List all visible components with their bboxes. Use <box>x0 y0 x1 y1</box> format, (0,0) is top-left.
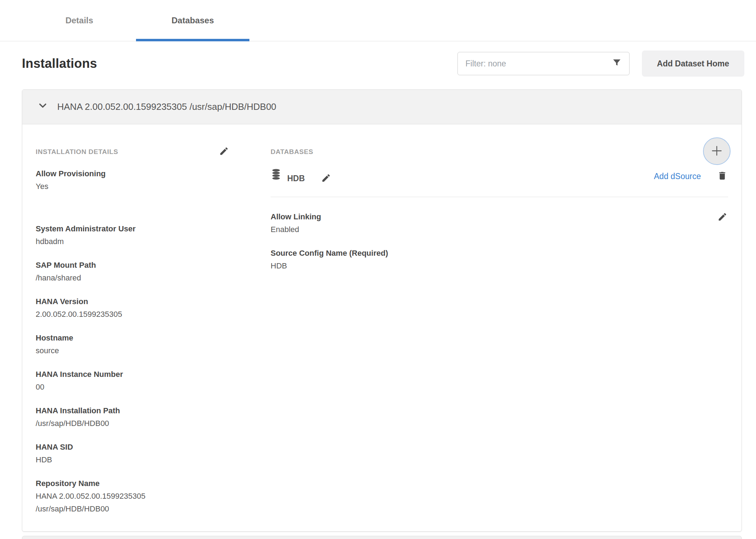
field-label: Source Config Name (Required) <box>271 247 728 260</box>
field-sap-mount-path: SAP Mount Path /hana/shared <box>36 259 229 284</box>
field-label: HANA SID <box>36 441 229 454</box>
add-dataset-home-button[interactable]: Add Dataset Home <box>642 51 744 77</box>
field-value: HDB <box>271 260 423 272</box>
field-value: /usr/sap/HDB/HDB00 <box>36 417 188 430</box>
field-hana-instance-number: HANA Instance Number 00 <box>36 368 229 393</box>
page-title: Installations <box>22 56 457 71</box>
plus-icon <box>710 144 724 159</box>
field-hana-version: HANA Version 2.00.052.00.1599235305 <box>36 295 229 321</box>
field-label: Repository Name <box>36 477 229 490</box>
installation-details-section: INSTALLATION DETAILS Allow Provisioning … <box>36 147 229 526</box>
field-value: HANA 2.00.052.00.1599235305 /usr/sap/HDB… <box>36 490 188 515</box>
database-stack-icon <box>271 169 281 181</box>
tab-details[interactable]: Details <box>23 0 136 41</box>
field-allow-linking: Allow Linking Enabled <box>271 211 321 236</box>
installation-panel-body: INSTALLATION DETAILS Allow Provisioning … <box>22 124 742 526</box>
field-hana-sid: HANA SID HDB <box>36 441 229 466</box>
field-value: Yes <box>36 180 188 193</box>
delete-database-icon[interactable] <box>717 170 727 183</box>
field-source-config-name: Source Config Name (Required) HDB <box>271 247 728 272</box>
field-value: source <box>36 344 188 357</box>
filter-box[interactable] <box>457 52 630 75</box>
installation-details-heading: INSTALLATION DETAILS <box>36 148 118 156</box>
field-label: System Administrator User <box>36 223 229 235</box>
filter-icon[interactable] <box>612 58 621 69</box>
chevron-down-icon[interactable] <box>38 101 48 113</box>
installation-title: HANA 2.00.052.00.1599235305 /usr/sap/HDB… <box>57 101 276 112</box>
field-label: HANA Installation Path <box>36 404 229 417</box>
edit-installation-details-icon[interactable] <box>219 146 229 158</box>
field-hana-installation-path: HANA Installation Path /usr/sap/HDB/HDB0… <box>36 404 229 430</box>
field-label: Hostname <box>36 332 229 344</box>
databases-section: DATABASES HDB <box>271 147 728 526</box>
field-repository-name: Repository Name HANA 2.00.052.00.1599235… <box>36 477 229 515</box>
tab-databases[interactable]: Databases <box>136 0 249 41</box>
add-database-button[interactable] <box>703 137 731 165</box>
databases-heading: DATABASES <box>271 148 313 156</box>
tab-bar: Details Databases <box>0 0 756 41</box>
tab-databases-label: Databases <box>171 16 214 25</box>
field-label: SAP Mount Path <box>36 259 229 272</box>
filter-input[interactable] <box>466 59 612 69</box>
field-value: Enabled <box>271 223 321 236</box>
field-value: 2.00.052.00.1599235305 <box>36 308 188 321</box>
field-value: /hana/shared <box>36 272 188 284</box>
field-label: Allow Linking <box>271 211 321 223</box>
field-value: hdbadm <box>36 235 188 248</box>
field-label: HANA Instance Number <box>36 368 229 381</box>
field-label: HANA Version <box>36 295 229 308</box>
page-header: Installations Add Dataset Home <box>0 41 756 89</box>
field-hostname: Hostname source <box>36 332 229 357</box>
database-name: HDB <box>287 174 305 183</box>
installation-panel: HANA 2.00.052.00.1599235305 /usr/sap/HDB… <box>22 89 742 532</box>
field-allow-provisioning: Allow Provisioning Yes <box>36 167 229 193</box>
field-value: 00 <box>36 381 188 393</box>
edit-database-name-icon[interactable] <box>321 173 331 184</box>
field-system-administrator-user: System Administrator User hdbadm <box>36 223 229 248</box>
installation-panel-header[interactable]: HANA 2.00.052.00.1599235305 /usr/sap/HDB… <box>22 90 742 124</box>
active-tab-underline <box>136 39 249 41</box>
next-installation-panel-peek[interactable] <box>22 536 742 539</box>
field-label: Allow Provisioning <box>36 167 229 180</box>
edit-database-config-icon[interactable] <box>717 212 727 223</box>
allow-linking-row: Allow Linking Enabled <box>271 211 728 247</box>
tab-details-label: Details <box>65 16 93 25</box>
field-value: HDB <box>36 454 188 466</box>
add-dsource-link[interactable]: Add dSource <box>654 172 701 181</box>
database-row: HDB Add dSource <box>271 167 728 197</box>
